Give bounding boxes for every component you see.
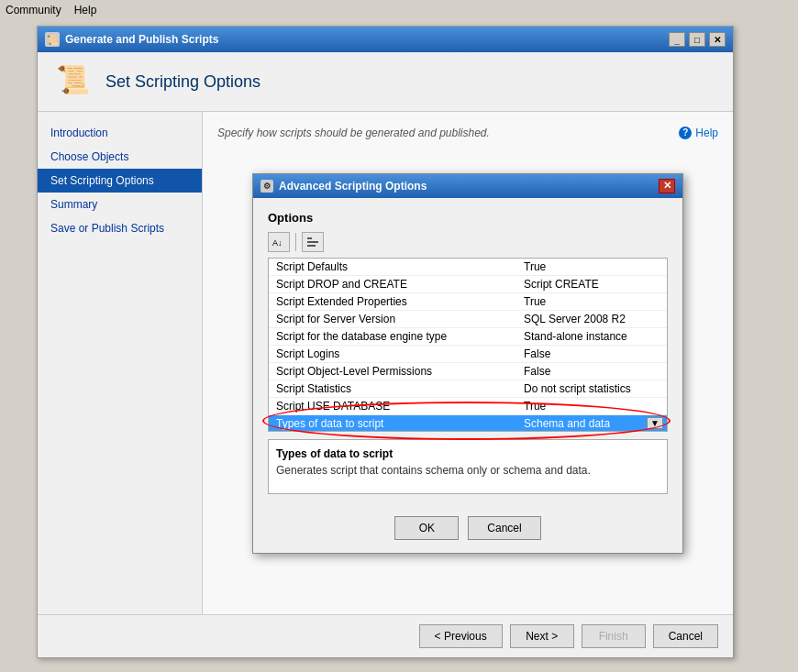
next-button[interactable]: Next > <box>510 624 574 648</box>
options-toolbar: A↓ <box>268 232 668 252</box>
sidebar-item-choose-objects[interactable]: Choose Objects <box>38 145 202 169</box>
categorized-btn[interactable] <box>302 232 324 252</box>
dialog-close-btn[interactable]: ✕ <box>659 179 675 193</box>
dialog-content: Options A↓ <box>253 198 682 507</box>
options-row[interactable]: Script for Server Version SQL Server 200… <box>269 311 667 328</box>
options-row[interactable]: Script Object-Level Permissions False <box>269 363 667 380</box>
sidebar-item-set-scripting-options[interactable]: Set Scripting Options <box>38 169 202 193</box>
options-row[interactable]: Script Extended Properties True <box>269 293 667 311</box>
maximize-btn[interactable]: □ <box>689 32 705 47</box>
top-menu-bar: Community Help <box>0 0 798 20</box>
sort-az-btn[interactable]: A↓ <box>268 232 290 252</box>
description-panel: Types of data to script Generates script… <box>268 439 668 494</box>
outer-window-titlebar: 📜 Generate and Publish Scripts _ □ ✕ <box>38 27 733 52</box>
cancel-button[interactable]: Cancel <box>653 624 718 648</box>
outer-window: 📜 Generate and Publish Scripts _ □ ✕ 📜 S… <box>37 26 734 658</box>
dialog-cancel-button[interactable]: Cancel <box>468 516 540 540</box>
sidebar: Introduction Choose Objects Set Scriptin… <box>38 112 203 614</box>
outer-window-title: Generate and Publish Scripts <box>65 33 218 46</box>
previous-button[interactable]: < Previous <box>419 624 503 648</box>
outer-window-icon: 📜 <box>45 32 60 47</box>
svg-text:A↓: A↓ <box>272 238 283 248</box>
nav-bar: < Previous Next > Finish Cancel <box>38 614 733 657</box>
options-row[interactable]: Types of data to script Schema and data … <box>269 415 667 432</box>
toolbar-sep <box>295 233 296 251</box>
outer-content: 📜 Set Scripting Options Introduction Cho… <box>38 52 733 657</box>
options-list-wrapper[interactable]: Script Defaults True Script DROP and CRE… <box>268 258 668 432</box>
types-dropdown[interactable]: ▼ <box>647 417 663 429</box>
ok-button[interactable]: OK <box>394 516 459 540</box>
page-title: Set Scripting Options <box>105 72 260 92</box>
page-header: 📜 Set Scripting Options <box>38 52 733 112</box>
svg-rect-1 <box>307 237 312 239</box>
page-icon: 📜 <box>56 63 93 100</box>
svg-rect-2 <box>307 241 318 243</box>
svg-rect-3 <box>307 245 316 247</box>
close-outer-btn[interactable]: ✕ <box>709 32 726 47</box>
main-content: Specify how scripts should be generated … <box>203 112 733 614</box>
menu-community[interactable]: Community <box>6 4 61 17</box>
sidebar-item-save-publish[interactable]: Save or Publish Scripts <box>38 216 202 240</box>
options-table: Script Defaults True Script DROP and CRE… <box>269 259 667 432</box>
sidebar-item-introduction[interactable]: Introduction <box>38 121 202 145</box>
options-row[interactable]: Script for the database engine type Stan… <box>269 328 667 346</box>
sidebar-item-summary[interactable]: Summary <box>38 193 202 216</box>
dialog-footer: OK Cancel <box>253 507 682 553</box>
window-controls: _ □ ✕ <box>669 32 726 47</box>
options-row[interactable]: Script DROP and CREATE Script CREATE <box>269 276 667 293</box>
minimize-btn[interactable]: _ <box>669 32 685 47</box>
dialog-icon: ⚙ <box>260 180 273 193</box>
finish-button[interactable]: Finish <box>582 624 646 648</box>
dialog-overlay: ⚙ Advanced Scripting Options ✕ Options A… <box>203 112 733 614</box>
desc-panel-title: Types of data to script <box>276 447 659 460</box>
menu-help[interactable]: Help <box>74 4 97 17</box>
options-row[interactable]: Script Statistics Do not script statisti… <box>269 380 667 398</box>
page-body: Introduction Choose Objects Set Scriptin… <box>38 112 733 614</box>
advanced-dialog: ⚙ Advanced Scripting Options ✕ Options A… <box>252 173 683 554</box>
desc-panel-text: Generates script that contains schema on… <box>276 464 659 477</box>
dialog-titlebar: ⚙ Advanced Scripting Options ✕ <box>253 174 682 198</box>
options-row[interactable]: Script Defaults True <box>269 259 667 276</box>
dialog-title: Advanced Scripting Options <box>279 180 427 193</box>
options-row[interactable]: Script Logins False <box>269 346 667 363</box>
options-row[interactable]: Script USE DATABASE True <box>269 398 667 415</box>
options-section-title: Options <box>268 211 668 225</box>
